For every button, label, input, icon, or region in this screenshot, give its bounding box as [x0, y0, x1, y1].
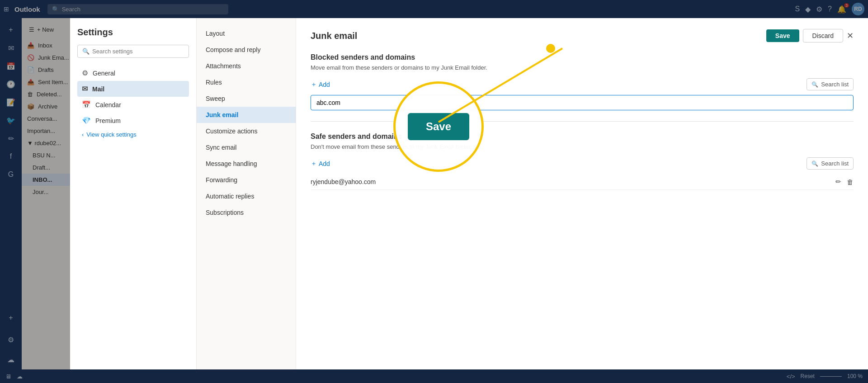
safe-email-address: ryjendube@yahoo.com — [311, 178, 376, 185]
mail-icon: ✉ — [82, 85, 88, 93]
search-list-icon2: 🔍 — [811, 161, 818, 167]
plus-icon: ＋ — [311, 80, 317, 89]
settings-content: Junk email Save Discard ✕ Blocked sender… — [296, 18, 868, 369]
safe-title: Safe senders and domains — [311, 132, 854, 141]
nav-label-calendar: Calendar — [95, 101, 121, 109]
submenu-forwarding[interactable]: Forwarding — [197, 172, 296, 188]
blocked-title: Blocked senders and domains — [311, 53, 854, 61]
safe-add-label: Add — [319, 160, 330, 167]
submenu-sweep[interactable]: Sweep — [197, 90, 296, 107]
settings-search-input[interactable] — [92, 48, 184, 55]
search-icon: 🔍 — [82, 48, 90, 55]
premium-icon: 💎 — [82, 116, 91, 125]
settings-submenu: Layout Compose and reply Attachments Rul… — [197, 18, 296, 369]
section-divider — [311, 121, 854, 122]
submenu-attachments[interactable]: Attachments — [197, 58, 296, 74]
safe-email-item: ryjendube@yahoo.com ✏ 🗑 — [311, 174, 854, 190]
back-icon: ‹ — [82, 131, 84, 138]
blocked-search-list[interactable]: 🔍 Search list — [807, 78, 854, 90]
back-label: View quick settings — [86, 131, 136, 138]
blocked-search-placeholder: Search list — [821, 81, 849, 88]
nav-item-general[interactable]: ⚙ General — [77, 65, 189, 81]
nav-label-premium: Premium — [95, 117, 121, 124]
blocked-add-label: Add — [319, 81, 330, 88]
safe-add-button[interactable]: ＋ Add — [311, 160, 330, 168]
settings-title: Settings — [77, 27, 189, 38]
plus-icon2: ＋ — [311, 160, 317, 168]
close-button[interactable]: ✕ — [847, 31, 854, 41]
safe-section: Safe senders and domains Don't move emai… — [311, 132, 854, 190]
settings-nav: Settings 🔍 ⚙ General ✉ Mail 📅 Calendar 💎… — [70, 18, 197, 369]
submenu-rules[interactable]: Rules — [197, 74, 296, 90]
safe-email-actions: ✏ 🗑 — [835, 178, 854, 186]
submenu-compose[interactable]: Compose and reply — [197, 42, 296, 58]
submenu-message-handling[interactable]: Message handling — [197, 156, 296, 172]
safe-search-list[interactable]: 🔍 Search list — [807, 157, 854, 170]
search-list-icon: 🔍 — [811, 81, 818, 88]
calendar-icon: 📅 — [82, 100, 91, 109]
blocked-toolbar: ＋ Add 🔍 Search list — [311, 78, 854, 90]
submenu-auto-replies[interactable]: Automatic replies — [197, 188, 296, 204]
panel-title: Junk email — [311, 31, 357, 41]
submenu-junk[interactable]: Junk email — [197, 107, 296, 123]
nav-item-premium[interactable]: 💎 Premium — [77, 113, 189, 128]
edit-button[interactable]: ✏ — [835, 178, 841, 186]
back-link[interactable]: ‹ View quick settings — [77, 128, 189, 141]
blocked-section: Blocked senders and domains Move email f… — [311, 53, 854, 110]
panel-actions: Save Discard ✕ — [766, 29, 854, 43]
submenu-subscriptions[interactable]: Subscriptions — [197, 204, 296, 221]
blocked-email-input[interactable] — [316, 99, 848, 106]
settings-modal: Settings 🔍 ⚙ General ✉ Mail 📅 Calendar 💎… — [70, 18, 868, 369]
nav-item-mail[interactable]: ✉ Mail — [77, 81, 189, 97]
safe-search-placeholder: Search list — [821, 160, 849, 167]
safe-desc: Don't move email from these senders to m… — [311, 143, 854, 150]
blocked-entry[interactable] — [311, 95, 854, 110]
nav-label-mail: Mail — [92, 85, 104, 93]
nav-item-calendar[interactable]: 📅 Calendar — [77, 97, 189, 113]
panel-header: Junk email Save Discard ✕ — [311, 29, 854, 43]
delete-button[interactable]: 🗑 — [847, 178, 854, 186]
spotlight-save-button[interactable]: Save — [408, 113, 469, 140]
save-button[interactable]: Save — [766, 29, 799, 42]
nav-label-general: General — [93, 70, 115, 77]
submenu-sync[interactable]: Sync email — [197, 139, 296, 156]
general-icon: ⚙ — [82, 69, 88, 77]
blocked-desc: Move email from these senders or domains… — [311, 64, 854, 71]
safe-toolbar: ＋ Add 🔍 Search list — [311, 157, 854, 170]
settings-search-box[interactable]: 🔍 — [77, 45, 189, 58]
submenu-layout[interactable]: Layout — [197, 25, 296, 42]
blocked-add-button[interactable]: ＋ Add — [311, 80, 330, 89]
discard-button[interactable]: Discard — [803, 29, 843, 43]
submenu-customize[interactable]: Customize actions — [197, 123, 296, 139]
